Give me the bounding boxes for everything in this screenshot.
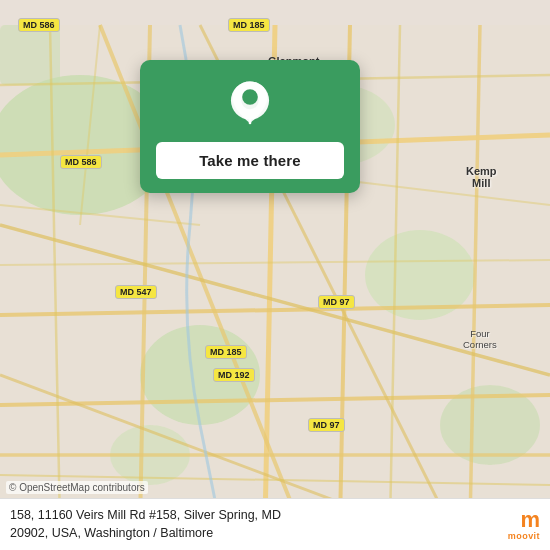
road-label-md586-mid: MD 586: [60, 155, 102, 169]
location-pin-icon: [224, 78, 276, 130]
road-label-md97-top: MD 97: [318, 295, 355, 309]
moovit-brand-label: moovit: [508, 531, 540, 541]
bottom-bar: 158, 11160 Veirs Mill Rd #158, Silver Sp…: [0, 498, 550, 550]
svg-point-30: [242, 89, 258, 105]
road-label-md586-top: MD 586: [18, 18, 60, 32]
road-label-md185-mid: MD 185: [205, 345, 247, 359]
road-label-md192: MD 192: [213, 368, 255, 382]
road-label-md185-top: MD 185: [228, 18, 270, 32]
take-me-there-button[interactable]: Take me there: [156, 142, 344, 179]
map-container: MD 586 MD 185 MD 586 MD 547 MD 185 MD 97…: [0, 0, 550, 550]
four-corners-label: FourCorners: [463, 328, 497, 350]
osm-credit: © OpenStreetMap contributors: [6, 481, 148, 494]
road-label-md97-bot: MD 97: [308, 418, 345, 432]
road-label-md547: MD 547: [115, 285, 157, 299]
kemp-mill-label: KempMill: [466, 165, 497, 189]
address-text: 158, 11160 Veirs Mill Rd #158, Silver Sp…: [10, 507, 281, 542]
moovit-logo: m moovit: [480, 509, 540, 541]
moovit-letter: m: [520, 509, 540, 531]
location-card: Take me there: [140, 60, 360, 193]
